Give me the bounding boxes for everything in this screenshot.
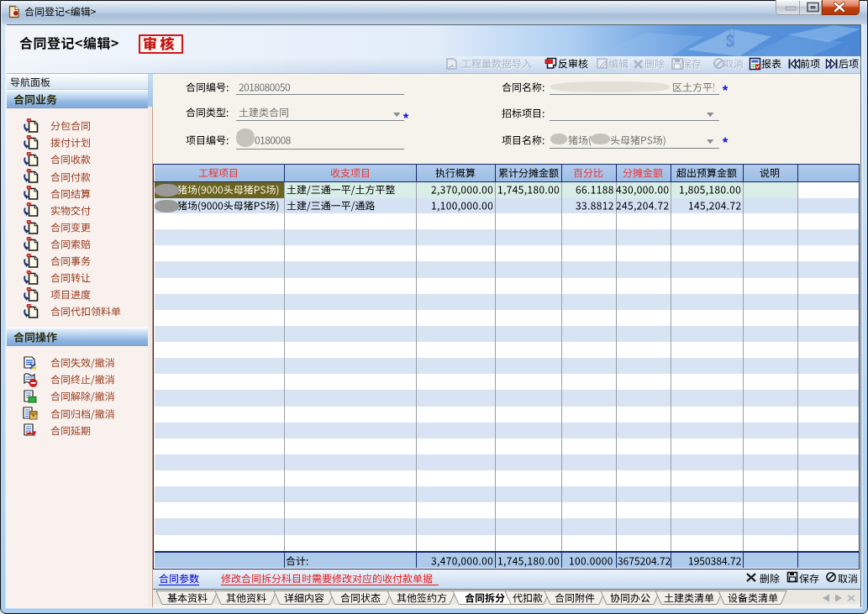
svg-text:A: A: [843, 42, 850, 55]
